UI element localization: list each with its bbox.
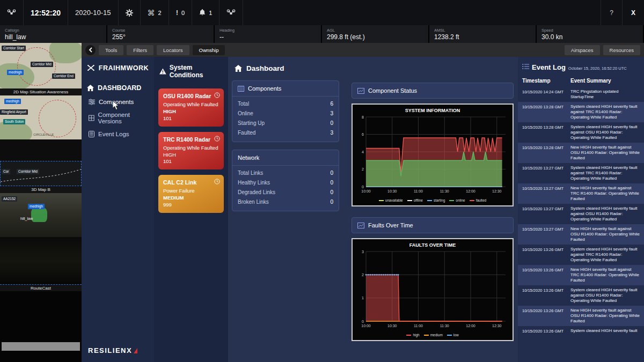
components-panel-header: Components	[232, 81, 339, 97]
condition-fault: Operating While Faulted	[163, 101, 219, 108]
column-event-summary: Event Summary	[570, 78, 611, 84]
brand-resilienx: RESILIENX	[88, 346, 137, 354]
strip-scrollbar[interactable]	[2, 342, 80, 351]
tab-tools[interactable]: Tools	[99, 45, 123, 55]
system-information-plot: 0246810:0010:3011:0011:3012:0012:30	[354, 114, 510, 195]
routecast-thumbnail[interactable]	[0, 291, 82, 362]
stat-row-online: Online3	[238, 108, 333, 118]
svg-text:2: 2	[362, 167, 364, 171]
nav-item-event-logs[interactable]: Event Logs	[82, 128, 154, 141]
tab-airspaces[interactable]: Airspaces	[565, 45, 600, 55]
map-2d-thumbnail-lower[interactable]: medhigh Ringfield Airport South Solon CI…	[0, 95, 82, 139]
event-log-row[interactable]: 10/15/2020 13:27 GMTSystem cleared HIGH …	[518, 204, 644, 224]
event-log-row[interactable]: 10/15/2020 13:28 GMTSystem cleared HIGH …	[518, 122, 644, 143]
stat-row-faulted: Faulted3	[238, 128, 333, 137]
map-chip-medhigh-2: medhigh	[4, 99, 21, 104]
event-log-row[interactable]: 10/15/2020 13:27 GMTNew HIGH severity fa…	[518, 183, 644, 204]
event-log-row[interactable]: 10/15/2020 13:28 GMTNew HIGH severity fa…	[518, 143, 644, 163]
map-3d-thumbnail[interactable]: AA2152 medhigh hill_law	[0, 193, 82, 237]
map-2d-label[interactable]: 2D Map Situation Awareness	[0, 88, 82, 95]
event-timestamp: 10/15/2020 13:26 GMT	[522, 287, 570, 304]
home-icon	[235, 65, 242, 72]
event-log-row[interactable]: 10/15/2020 13:28 GMTSystem cleared HIGH …	[518, 102, 644, 122]
svg-text:0: 0	[362, 320, 364, 323]
map-3d-label[interactable]: 3D Map B	[0, 186, 82, 193]
legend-item: faulted	[470, 198, 487, 202]
notification-count: 1	[209, 10, 212, 16]
shortcuts-indicator[interactable]: ⌘ 2	[141, 0, 169, 25]
resilienx-logo-accent	[134, 348, 137, 353]
close-button[interactable]: X	[622, 0, 644, 25]
event-timestamp: 10/15/2020 13:28 GMT	[522, 124, 570, 141]
telemetry-course: Course 255°	[107, 25, 215, 43]
event-timestamp: 10/15/2020 13:26 GMT	[522, 328, 570, 334]
system-conditions-header: System Conditions	[154, 57, 228, 86]
system-information-chart: SYSTEM INFORMATION 0246810:0010:3011:001…	[352, 104, 514, 206]
nav-item-components[interactable]: Components	[82, 95, 154, 108]
shortcut-count: 2	[158, 10, 162, 16]
alerts-indicator[interactable]: ! 0	[169, 0, 192, 25]
event-log-row[interactable]: 10/15/2020 13:26 GMTSystem cleared HIGH …	[518, 245, 644, 265]
back-button[interactable]	[85, 45, 96, 55]
event-timestamp: 10/15/2020 13:26 GMT	[522, 308, 570, 324]
event-log-column-headers: Timestamp Event Summary	[518, 76, 644, 87]
nav-item-component-versions[interactable]: Component Versions	[82, 108, 154, 128]
svg-text:4: 4	[362, 150, 364, 154]
event-timestamp: 10/15/2020 13:27 GMT	[522, 165, 570, 181]
event-log-row[interactable]: 10/15/2020 13:26 GMTNew HIGH severity fa…	[518, 306, 644, 326]
svg-text:10:00: 10:00	[361, 324, 371, 328]
resilienx-logo-text: RESILIENX	[88, 346, 132, 354]
nav-dashboard[interactable]: DASHBOARD	[82, 80, 154, 95]
help-button[interactable]: ?	[601, 0, 622, 25]
event-log-row[interactable]: 10/15/2020 13:26 GMTSystem cleared HIGH …	[518, 326, 644, 336]
condition-card-cal-c2-link[interactable]: CAL C2 Link Power Failure MEDIUM 999	[158, 175, 224, 213]
svg-text:8: 8	[362, 115, 364, 119]
stat-row-broken-links: Broken Links0	[238, 197, 333, 206]
brand-fraihmwork: FRAIHMWORK	[82, 57, 154, 80]
tab-ownship[interactable]: Ownship	[193, 45, 225, 55]
tab-resources[interactable]: Resources	[603, 45, 640, 55]
event-log-row[interactable]: 10/15/2020 14:24 GMTTRC Pingstation upda…	[518, 87, 644, 102]
notifications-indicator[interactable]: 1	[192, 0, 219, 25]
map-chip-ringfield-airport: Ringfield Airport	[0, 109, 28, 115]
map-chip-south-solon: South Solon	[3, 119, 25, 124]
event-log-row[interactable]: 10/15/2020 13:27 GMTSystem cleared HIGH …	[518, 163, 644, 183]
warning-triangle-icon	[159, 68, 166, 75]
telemetry-agl: AGL 299.8 ft (est.)	[322, 25, 429, 43]
settings-gear-icon[interactable]	[119, 0, 141, 25]
history-clock-icon[interactable]	[214, 179, 220, 184]
exclamation-icon: !	[176, 9, 178, 17]
telemetry-callsign: Callsign hill_law	[0, 25, 107, 43]
map-chip-aa2152: AA2152	[2, 196, 17, 202]
dark-panel-thumbnail[interactable]	[0, 139, 82, 161]
legend-item: medium	[424, 333, 443, 337]
legend-item: offline	[407, 198, 423, 202]
corridor-map-thumbnail[interactable]: Cor Corridor Mid	[0, 161, 82, 186]
svg-text:2: 2	[362, 273, 364, 277]
network-panel-header: Network	[232, 150, 339, 166]
event-summary: System cleared HIGH severity fault again…	[570, 165, 640, 181]
map-thumbnails-strip: Corridor Start Corridor Mid medhigh Corr…	[0, 43, 82, 362]
condition-severity: MEDIUM	[163, 195, 219, 202]
command-icon: ⌘	[148, 9, 155, 17]
event-log-row[interactable]: 10/15/2020 13:26 GMTSystem cleared HIGH …	[518, 285, 644, 306]
map-chip-corridor-end: Corridor End	[52, 73, 75, 79]
condition-card-osu-radar[interactable]: OSU R1400 Radar Operating While Faulted …	[158, 88, 224, 127]
history-clock-icon[interactable]	[214, 92, 220, 98]
map-chip-corridor-mid-2: Corridor Mid	[17, 169, 39, 174]
map-2d-thumbnail[interactable]: Corridor Start Corridor Mid medhigh Corr…	[0, 43, 82, 88]
map-chip-corridor-mid: Corridor Mid	[31, 62, 53, 67]
tab-filters[interactable]: Filters	[127, 45, 153, 55]
event-log-row[interactable]: 10/15/2020 13:27 GMTNew HIGH severity fa…	[518, 224, 644, 245]
history-clock-icon[interactable]	[214, 136, 220, 142]
routecast-label[interactable]: RouteCast	[0, 284, 82, 291]
line-chart-icon	[357, 223, 364, 228]
tab-locators[interactable]: Locators	[157, 45, 189, 55]
condition-severity: HIGH	[163, 152, 219, 159]
condition-card-trc-radar[interactable]: TRC R1400 Radar Operating While Faulted …	[158, 132, 224, 170]
alert-count: 0	[181, 10, 185, 16]
event-log-body: 10/15/2020 14:24 GMTTRC Pingstation upda…	[518, 87, 644, 349]
camera-view-thumbnail[interactable]	[0, 237, 82, 284]
event-summary: System cleared HIGH severity fault again…	[570, 104, 640, 120]
event-log-row[interactable]: 10/15/2020 13:26 GMTNew HIGH severity fa…	[518, 265, 644, 285]
